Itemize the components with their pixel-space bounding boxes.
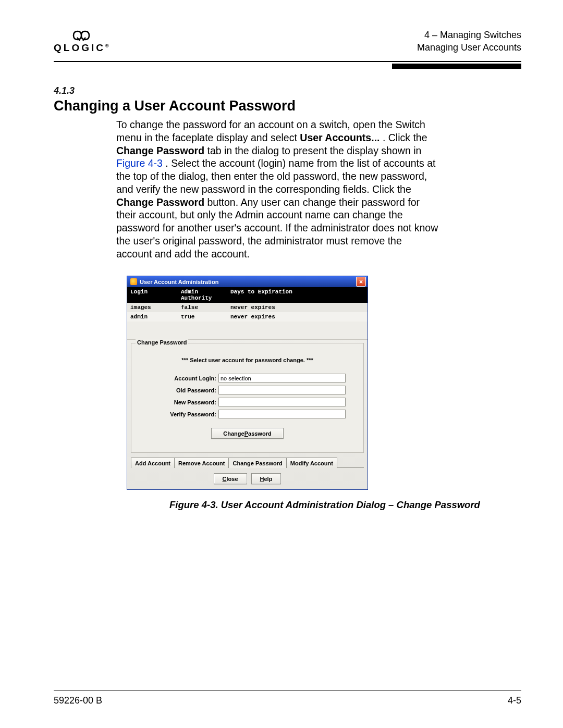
tab-add-account[interactable]: Add Account: [131, 458, 175, 468]
table-row[interactable]: admin true never expires: [127, 312, 368, 322]
user-account-admin-dialog: User Account Administration × Login Admi…: [127, 276, 368, 490]
dialog-tabs: Add Account Remove Account Change Passwo…: [127, 457, 368, 467]
tab-change-password[interactable]: Change Password: [228, 458, 286, 468]
accounts-header: Login Admin Authority Days to Expiration: [127, 287, 368, 303]
section-number: 4.1.3: [54, 85, 521, 96]
footer-page-num: 4-5: [508, 695, 521, 706]
accounts-table: Login Admin Authority Days to Expiration…: [127, 287, 368, 340]
verify-password-label: Verify Password:: [136, 411, 218, 417]
dialog-titlebar: User Account Administration ×: [127, 276, 368, 287]
table-row[interactable]: images false never expires: [127, 303, 368, 312]
page-footer: 59226-00 B 4-5: [54, 695, 521, 706]
account-login-label: Account Login:: [136, 375, 218, 381]
footer-doc-id: 59226-00 B: [54, 695, 102, 706]
qlogic-logo-icon: [71, 30, 92, 41]
tab-modify-account[interactable]: Modify Account: [286, 458, 337, 468]
change-password-button[interactable]: Change Password: [211, 428, 283, 439]
figure-link[interactable]: Figure 4-3: [116, 157, 163, 169]
body-paragraph: To change the password for an account on…: [116, 118, 439, 260]
change-password-note: *** Select user account for password cha…: [136, 357, 359, 363]
change-password-panel: Change Password *** Select user account …: [131, 343, 364, 453]
new-password-field[interactable]: [218, 398, 346, 406]
dialog-title: User Account Administration: [140, 279, 356, 285]
bold-change-password-tab: Change Password: [116, 145, 204, 156]
account-login-field[interactable]: [218, 374, 346, 382]
section-title: Changing a User Account Password: [54, 98, 521, 114]
header-rule: [54, 61, 521, 68]
tab-remove-account[interactable]: Remove Account: [174, 458, 229, 468]
old-password-label: Old Password:: [136, 387, 218, 393]
col-login: Login: [130, 289, 181, 301]
app-icon: [130, 278, 137, 285]
figure-caption: Figure 4-3. User Account Administration …: [158, 499, 492, 511]
bold-user-accounts: User Accounts...: [300, 132, 380, 143]
footer-rule: [54, 690, 521, 691]
header-line1: 4 – Managing Switches: [417, 29, 521, 41]
close-icon[interactable]: ×: [356, 277, 366, 287]
bold-change-password-btn: Change Password: [116, 196, 204, 208]
col-admin: Admin Authority: [181, 289, 230, 301]
header-breadcrumb: 4 – Managing Switches Managing User Acco…: [417, 29, 521, 54]
logo-text: QLOGIC: [54, 42, 105, 53]
change-password-legend: Change Password: [136, 339, 188, 346]
help-button[interactable]: Help: [251, 473, 282, 484]
header-line2: Managing User Accounts: [417, 41, 521, 54]
close-button[interactable]: Close: [214, 473, 247, 484]
verify-password-field[interactable]: [218, 410, 346, 418]
new-password-label: New Password:: [136, 399, 218, 405]
col-exp: Days to Expiration: [230, 289, 364, 301]
old-password-field[interactable]: [218, 386, 346, 394]
qlogic-logo: QLOGIC®: [54, 30, 109, 53]
